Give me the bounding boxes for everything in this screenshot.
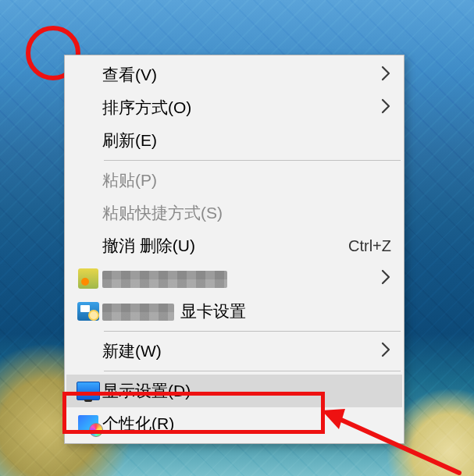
blank-icon — [74, 64, 102, 86]
desktop-context-menu: 查看(V) 排序方式(O) 刷新(E) 粘贴(P) 粘贴快捷方式(S) — [64, 55, 405, 444]
menu-label-partial-redacted: 显卡设置 — [102, 300, 391, 322]
chevron-right-icon — [380, 98, 391, 119]
menu-item-paste: 粘贴(P) — [66, 164, 402, 197]
blank-icon — [74, 340, 102, 362]
desktop-background: 查看(V) 排序方式(O) 刷新(E) 粘贴(P) 粘贴快捷方式(S) — [0, 0, 474, 476]
blank-icon — [74, 97, 102, 119]
menu-item-view[interactable]: 查看(V) — [66, 59, 402, 91]
menu-label: 粘贴(P) — [102, 169, 391, 191]
menu-item-vendor-1[interactable] — [66, 262, 402, 295]
menu-item-new[interactable]: 新建(W) — [66, 335, 402, 368]
menu-label: 个性化(R) — [102, 413, 391, 435]
menu-item-paste-shortcut: 粘贴快捷方式(S) — [66, 197, 402, 229]
menu-item-refresh[interactable]: 刷新(E) — [66, 124, 402, 157]
app-icon — [74, 268, 102, 290]
menu-item-undo[interactable]: 撤消 删除(U) Ctrl+Z — [66, 229, 402, 262]
menu-label: 撤消 删除(U) — [102, 235, 333, 257]
personalize-icon — [74, 413, 102, 435]
blank-icon — [74, 130, 102, 151]
menu-label: 显示设置(D) — [102, 380, 391, 402]
menu-label-redacted — [102, 269, 380, 288]
blank-icon — [74, 169, 102, 191]
menu-label: 新建(W) — [102, 340, 380, 362]
menu-divider — [104, 331, 401, 332]
menu-shortcut: Ctrl+Z — [333, 237, 391, 255]
menu-item-personalize[interactable]: 个性化(R) — [66, 407, 402, 440]
chevron-right-icon — [380, 65, 391, 86]
menu-label: 粘贴快捷方式(S) — [102, 202, 391, 224]
menu-label: 刷新(E) — [102, 130, 391, 151]
menu-divider — [104, 371, 401, 371]
blank-icon — [74, 235, 102, 257]
redacted-text — [102, 304, 174, 321]
display-icon — [74, 380, 102, 402]
redacted-text — [102, 271, 227, 288]
app-icon — [74, 300, 102, 322]
chevron-right-icon — [380, 341, 391, 362]
blank-icon — [74, 202, 102, 224]
menu-item-sort[interactable]: 排序方式(O) — [66, 91, 402, 124]
chevron-right-icon — [380, 268, 391, 290]
menu-divider — [104, 160, 401, 161]
menu-label: 排序方式(O) — [102, 97, 380, 119]
menu-label-suffix: 显卡设置 — [180, 302, 246, 320]
menu-item-vendor-2[interactable]: 显卡设置 — [66, 295, 402, 328]
menu-item-display-settings[interactable]: 显示设置(D) — [66, 375, 402, 407]
menu-label: 查看(V) — [102, 64, 380, 86]
